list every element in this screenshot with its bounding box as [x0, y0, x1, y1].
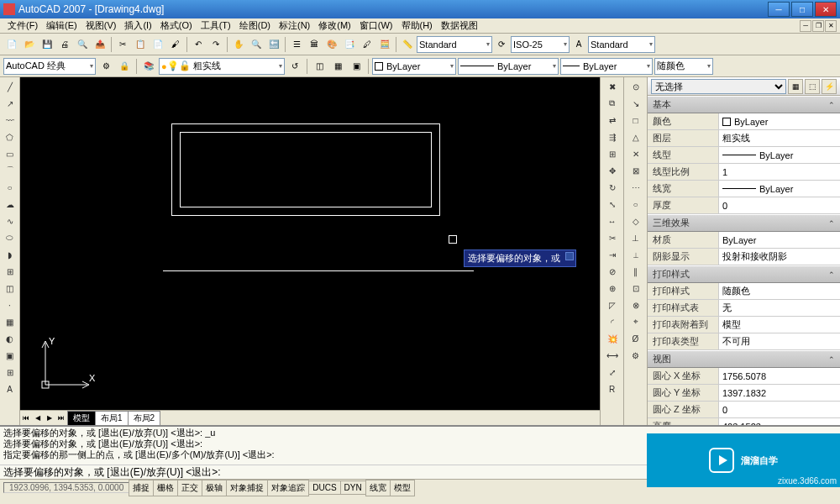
- temp-track-icon[interactable]: ⊙: [628, 79, 643, 94]
- copy-obj-icon[interactable]: ⧉: [605, 96, 620, 111]
- snap-quadrant-icon[interactable]: ◇: [628, 213, 643, 228]
- workspace-lock-icon[interactable]: 🔒: [116, 58, 133, 75]
- snap-none-icon[interactable]: Ø: [628, 331, 643, 346]
- snap-ext-icon[interactable]: ⋯: [628, 180, 643, 195]
- menu-window[interactable]: 窗口(W): [356, 18, 396, 33]
- section-plot[interactable]: 打印样式: [648, 265, 840, 283]
- snap-center-icon[interactable]: ○: [628, 197, 643, 212]
- join-icon[interactable]: ⊕: [605, 281, 620, 296]
- rectangle-icon[interactable]: ▭: [3, 146, 18, 161]
- arc-icon[interactable]: ⌒: [3, 163, 18, 178]
- zoom-icon[interactable]: 🔍: [248, 36, 265, 53]
- insert-block-icon[interactable]: ⊞: [3, 264, 18, 279]
- tab-layout2[interactable]: 布局2: [128, 411, 161, 426]
- color-combo[interactable]: ByLayer: [372, 58, 456, 75]
- status-ducs[interactable]: DUCS: [308, 480, 340, 495]
- tab-last-icon[interactable]: ⏭: [55, 412, 67, 424]
- dim-style-combo[interactable]: Standard: [417, 36, 492, 53]
- spline-icon[interactable]: ∿: [3, 213, 18, 228]
- menu-insert[interactable]: 插入(I): [121, 18, 155, 33]
- quick-select-icon[interactable]: ▦: [788, 79, 803, 94]
- workspace-combo[interactable]: AutoCAD 经典: [3, 58, 96, 75]
- text-style-combo[interactable]: Standard: [588, 36, 655, 53]
- layer-prev-icon[interactable]: ↺: [286, 58, 303, 75]
- mdi-restore[interactable]: ❐: [812, 20, 824, 32]
- array-icon[interactable]: ⊞: [605, 146, 620, 161]
- line-icon[interactable]: ╱: [3, 79, 18, 94]
- make-block-icon[interactable]: ◫: [3, 281, 18, 296]
- section-basic[interactable]: 基本: [648, 96, 840, 113]
- save-icon[interactable]: 💾: [39, 36, 55, 53]
- preview-icon[interactable]: 🔍: [74, 36, 91, 53]
- circle-icon[interactable]: ○: [3, 180, 18, 195]
- xline-icon[interactable]: ↗: [3, 96, 18, 111]
- status-ortho[interactable]: 正交: [177, 480, 202, 496]
- properties-icon[interactable]: ☰: [288, 36, 305, 53]
- tab-prev-icon[interactable]: ◀: [32, 412, 44, 424]
- menu-draw[interactable]: 绘图(D): [236, 18, 274, 33]
- revcloud-icon[interactable]: ☁: [3, 197, 18, 212]
- minimize-button[interactable]: ─: [768, 2, 790, 17]
- snap-node-icon[interactable]: ⊗: [628, 297, 643, 312]
- region-draw-icon[interactable]: ▣: [3, 348, 18, 363]
- mdi-close[interactable]: ✕: [825, 20, 837, 32]
- sheets-icon[interactable]: 📑: [341, 36, 358, 53]
- scale-icon[interactable]: ⤡: [605, 197, 620, 212]
- match-icon[interactable]: 🖌: [167, 36, 184, 53]
- select-objects-icon[interactable]: ⬚: [805, 79, 820, 94]
- snap-endpoint-icon[interactable]: □: [628, 113, 643, 128]
- toggle-pickbox-icon[interactable]: ⚡: [822, 79, 837, 94]
- break-icon[interactable]: ⊘: [605, 264, 620, 279]
- drawing-canvas[interactable]: 选择要偏移的对象，或 Y X: [20, 77, 600, 410]
- plotcolor-combo[interactable]: 随颜色: [654, 58, 713, 75]
- workspace-settings-icon[interactable]: ⚙: [97, 58, 114, 75]
- section-3d[interactable]: 三维效果: [648, 214, 840, 232]
- paste-icon[interactable]: 📄: [150, 36, 166, 53]
- menu-view[interactable]: 视图(V): [82, 18, 120, 33]
- markup-icon[interactable]: 🖊: [359, 36, 375, 53]
- point-icon[interactable]: ·: [3, 297, 18, 312]
- snap-parallel-icon[interactable]: ∥: [628, 264, 643, 279]
- osnap-settings-icon[interactable]: ⚙: [628, 348, 643, 363]
- publish-icon[interactable]: 📤: [92, 36, 108, 53]
- offset-icon[interactable]: ⇶: [605, 129, 620, 144]
- dim-icon[interactable]: 📏: [399, 36, 416, 53]
- copy-icon[interactable]: 📋: [132, 36, 149, 53]
- layer-combo[interactable]: ●💡🔓粗实线: [159, 58, 285, 75]
- menu-tools[interactable]: 工具(T): [197, 18, 234, 33]
- region-icon[interactable]: ▣: [348, 58, 365, 75]
- snap-from-icon[interactable]: ↘: [628, 96, 643, 111]
- extend-icon[interactable]: ⇥: [605, 247, 620, 262]
- toolpalettes-icon[interactable]: 🎨: [323, 36, 340, 53]
- dim-linear-icon[interactable]: ⟷: [605, 348, 620, 363]
- menu-help[interactable]: 帮助(H): [398, 18, 436, 33]
- explode-icon[interactable]: 💥: [605, 331, 620, 346]
- move-icon[interactable]: ✥: [605, 163, 620, 178]
- layer-manager-icon[interactable]: 📚: [140, 58, 157, 75]
- close-button[interactable]: ✕: [815, 2, 837, 17]
- tab-first-icon[interactable]: ⏮: [20, 412, 32, 424]
- section-view[interactable]: 视图: [648, 350, 840, 368]
- menu-modify[interactable]: 修改(M): [315, 18, 354, 33]
- undo-icon[interactable]: ↶: [190, 36, 207, 53]
- tab-layout1[interactable]: 布局1: [95, 411, 129, 426]
- status-dyn[interactable]: DYN: [340, 480, 366, 495]
- trim-icon[interactable]: ✂: [605, 230, 620, 245]
- redo-icon[interactable]: ↷: [207, 36, 224, 53]
- status-osnap[interactable]: 对象捕捉: [226, 480, 268, 496]
- status-lwt[interactable]: 线宽: [365, 480, 391, 496]
- polygon-icon[interactable]: ⬠: [3, 129, 18, 144]
- stretch-icon[interactable]: ↔: [605, 213, 620, 228]
- maximize-button[interactable]: □: [791, 2, 813, 17]
- snap-tangent-icon[interactable]: ⊥: [628, 230, 643, 245]
- snap-insert-icon[interactable]: ⊡: [628, 281, 643, 296]
- rotate-icon[interactable]: ↻: [605, 180, 620, 195]
- hatch-icon[interactable]: ▦: [329, 58, 346, 75]
- pan-icon[interactable]: ✋: [230, 36, 247, 53]
- open-icon[interactable]: 📂: [21, 36, 38, 53]
- gradient-icon[interactable]: ◐: [3, 331, 18, 346]
- print-icon[interactable]: 🖨: [56, 36, 73, 53]
- cut-icon[interactable]: ✂: [114, 36, 131, 53]
- text-icon[interactable]: A: [3, 381, 18, 396]
- dim-iso-combo[interactable]: ISO-25: [511, 36, 570, 53]
